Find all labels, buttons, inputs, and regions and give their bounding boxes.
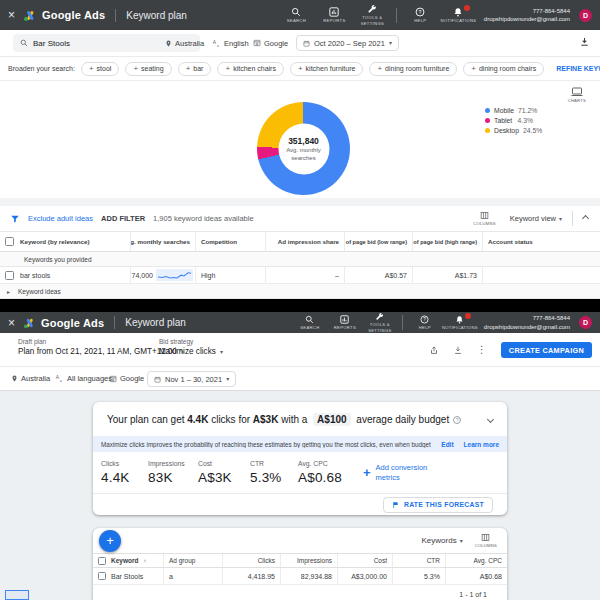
app-header: × Google Ads Keyword plan SEARCH REPORTS — [0, 0, 600, 30]
language-control[interactable]: Aa English — [212, 39, 249, 48]
date-range-control[interactable]: Nov 1 – 30, 2021 ▾ — [147, 371, 236, 387]
col-impressions[interactable]: Impressions — [280, 554, 337, 567]
share-button[interactable] — [429, 345, 439, 356]
broaden-chip[interactable]: +kitchen chairs — [217, 62, 283, 76]
svg-text:a: a — [217, 43, 219, 47]
select-all-checkbox[interactable] — [5, 237, 14, 246]
download-button[interactable] — [453, 345, 463, 356]
nav-help-button[interactable]: ? HELP — [410, 315, 440, 330]
chevron-down-icon: ▾ — [389, 40, 392, 46]
learn-more-link[interactable]: Learn more — [464, 441, 499, 448]
broaden-chip[interactable]: +dining room furniture — [369, 62, 457, 76]
more-options-button[interactable]: ⋮ — [477, 345, 487, 355]
download-icon — [579, 36, 590, 48]
network-control[interactable]: Google — [253, 39, 288, 48]
nav-search-button[interactable]: SEARCH — [295, 315, 325, 330]
columns-button[interactable]: COLUMNS — [475, 533, 497, 548]
bid-strategy-info-strip: Maximize clicks improves the probability… — [93, 436, 507, 452]
close-icon[interactable]: × — [8, 9, 15, 21]
help-icon: ? — [420, 315, 429, 324]
nav-search-button[interactable]: SEARCH — [280, 7, 313, 23]
plan-actions: ⋮ CREATE CAMPAIGN — [429, 342, 592, 358]
page-title: Keyword plan — [126, 10, 187, 21]
forecast-footer: RATE THIS FORECAST — [93, 493, 507, 515]
nav-reports-button[interactable]: REPORTS — [318, 7, 351, 23]
keyword-table-header: Keyword (by relevance) Avg. monthly sear… — [0, 231, 600, 252]
col-top-bid-low[interactable]: Top of page bid (low range) — [344, 232, 412, 251]
col-clicks[interactable]: Clicks — [222, 554, 280, 567]
col-avg-cpc[interactable]: Avg. CPC — [445, 554, 507, 567]
nav-tools-button[interactable]: TOOLS & SETTINGS — [365, 312, 395, 332]
account-info[interactable]: 777-864-5844 dropshipdownunder@gmail.com — [484, 7, 570, 23]
nav-notifications-button[interactable]: NOTIFICATIONS — [445, 315, 475, 330]
add-conversion-metrics-button[interactable]: + Add conversion metrics — [363, 463, 434, 482]
col-keyword[interactable]: Keyword — [111, 557, 138, 564]
nav-reports-button[interactable]: REPORTS — [330, 315, 360, 330]
col-ad-impression-share[interactable]: Ad impression share — [265, 232, 344, 251]
columns-icon — [480, 211, 489, 220]
svg-text:A: A — [213, 40, 217, 45]
date-range-control[interactable]: Oct 2020 – Sep 2021 ▾ — [296, 35, 399, 51]
svg-text:?: ? — [419, 9, 422, 15]
avatar[interactable]: D — [579, 9, 592, 22]
charts-toggle-button[interactable]: CHARTS — [568, 87, 586, 103]
location-control[interactable]: Australia — [165, 39, 204, 48]
search-icon — [305, 315, 314, 324]
bell-icon — [455, 315, 464, 324]
bid-strategy-dropdown[interactable]: Maximize clicks ▾ — [159, 347, 223, 356]
edit-link[interactable]: Edit — [441, 441, 453, 448]
avatar[interactable]: D — [579, 316, 592, 329]
refine-keywords-link[interactable]: REFINE KEYWORDS — [556, 65, 600, 72]
rate-forecast-button[interactable]: RATE THIS FORECAST — [383, 497, 493, 513]
col-cost[interactable]: Cost — [337, 554, 392, 567]
row-checkbox[interactable] — [5, 271, 14, 280]
broaden-chip[interactable]: +seating — [125, 62, 171, 76]
col-account-status[interactable]: Account status — [482, 232, 600, 251]
create-campaign-button[interactable]: CREATE CAMPAIGN — [501, 342, 592, 358]
location-control[interactable]: Australia — [11, 374, 50, 383]
language-control[interactable]: Aa All languages — [55, 374, 112, 383]
section-keyword-ideas[interactable]: ▸ Keyword ideas — [0, 284, 600, 299]
table-row[interactable]: Bar Stools a 4,418.95 82,934.88 A$3,000.… — [93, 568, 507, 585]
budget-field[interactable]: A$100 — [313, 413, 350, 426]
col-top-bid-high[interactable]: Top of page bid (high range) — [412, 232, 482, 251]
keywords-view-dropdown[interactable]: Keywords ▾ — [422, 536, 463, 545]
select-all-checkbox[interactable] — [98, 557, 106, 565]
add-filter-button[interactable]: ADD FILTER — [101, 214, 145, 223]
brand-name: Google Ads — [42, 9, 105, 21]
brand-name: Google Ads — [41, 317, 104, 329]
clicks-cell: 4,418.95 — [222, 568, 280, 584]
collapse-card-button[interactable] — [487, 415, 494, 422]
columns-button[interactable]: COLUMNS — [473, 211, 495, 226]
view-dropdown[interactable]: Keyword view ▾ — [510, 214, 562, 223]
broaden-chip[interactable]: +dining room chairs — [463, 62, 544, 76]
account-info[interactable]: 777-864-5844 dropshipdownunder@gmail.com — [484, 314, 570, 330]
col-ad-group[interactable]: Ad group — [163, 554, 222, 567]
nav-tools-button[interactable]: TOOLS & SETTINGS — [356, 4, 389, 25]
collapse-panel-button[interactable] — [582, 215, 589, 222]
download-button[interactable] — [579, 36, 590, 48]
row-checkbox[interactable] — [98, 572, 106, 580]
nav-notifications-button[interactable]: NOTIFICATIONS — [442, 7, 475, 23]
info-icon[interactable]: ? — [453, 416, 461, 424]
close-icon[interactable]: × — [8, 317, 15, 329]
donut-center: 351,840 Avg. monthly searches — [278, 123, 329, 174]
col-keyword[interactable]: Keyword (by relevance) — [20, 238, 89, 245]
clicks-highlight: 4.4K — [187, 414, 208, 425]
broaden-chip[interactable]: +kitchen furniture — [290, 62, 363, 76]
network-control[interactable]: Google — [109, 374, 144, 383]
col-ctr[interactable]: CTR — [392, 554, 445, 567]
col-competition[interactable]: Competition — [195, 232, 265, 251]
network-icon — [109, 375, 117, 383]
broaden-chip[interactable]: +stool — [81, 62, 119, 76]
table-row[interactable]: bar stools 74,000 High – A$0.57 A$1.73 — [0, 267, 600, 284]
exclude-adult-ideas-link[interactable]: Exclude adult ideas — [28, 214, 93, 223]
sort-up-icon: ↑ — [143, 558, 146, 564]
columns-icon — [481, 533, 490, 542]
add-keyword-button[interactable]: + — [99, 530, 121, 552]
broaden-chip[interactable]: +bar — [178, 62, 212, 76]
wrench-icon — [367, 4, 377, 14]
keyword-cell: Bar Stools — [111, 573, 143, 580]
nav-help-button[interactable]: ? HELP — [404, 7, 437, 23]
col-avg-monthly-searches[interactable]: Avg. monthly searches — [130, 232, 195, 251]
